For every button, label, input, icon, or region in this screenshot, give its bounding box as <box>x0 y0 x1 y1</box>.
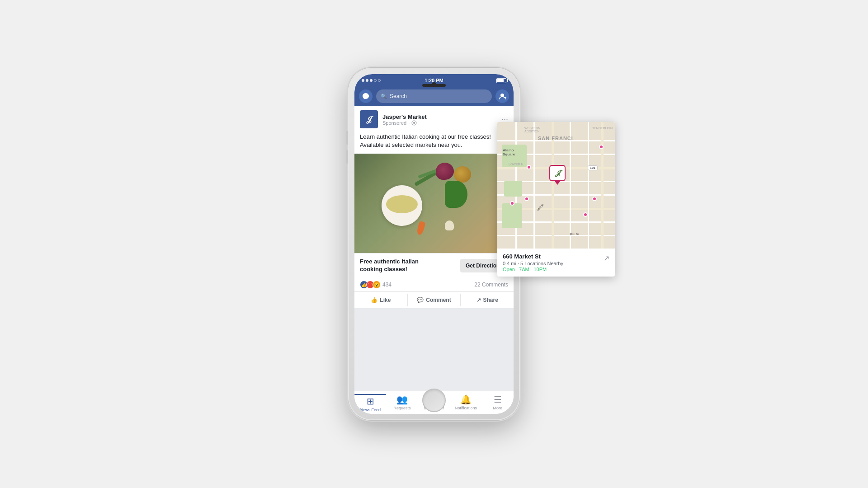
notifications-icon: 🔔 <box>460 394 472 405</box>
requests-label: Requests <box>394 406 411 410</box>
reactions-bar: 👍 ❤️ 😮 434 22 Comments <box>354 278 514 292</box>
battery-indicator <box>496 78 506 83</box>
nav-news-feed[interactable]: ⊞ News Feed <box>354 394 386 412</box>
alamo-square-label: AlamoSquare <box>503 148 515 156</box>
road-v-6 <box>601 122 604 249</box>
share-icon: ↗ <box>476 297 481 303</box>
map-info: 660 Market St 0.4 mi · 5 Locations Nearb… <box>497 249 615 277</box>
wow-emoji: 😮 <box>373 281 381 289</box>
lower-haight-label: LOWER H <box>509 163 524 166</box>
nav-more[interactable]: ☰ More <box>482 394 514 412</box>
advertiser-name[interactable]: Jasper's Market <box>382 113 497 120</box>
ad-header: 𝒥 Jasper's Market Sponsored · <box>354 106 514 133</box>
food-plate <box>382 185 422 226</box>
road-v-4 <box>570 122 571 249</box>
red-onion <box>436 163 454 180</box>
advertiser-meta: Sponsored · <box>382 120 497 126</box>
battery-icon <box>496 78 506 83</box>
signal-dot-3 <box>370 79 373 82</box>
14th-street-label: 14th St <box>536 203 544 211</box>
garlic <box>445 221 454 230</box>
map-share-icon[interactable]: ↗ <box>604 254 609 263</box>
nav-underline <box>354 394 386 395</box>
yellow-onion <box>454 166 471 183</box>
share-button[interactable]: ↗ Share <box>461 294 514 306</box>
search-icon: 🔍 <box>381 94 387 99</box>
map-address-block: 660 Market St 0.4 mi · 5 Locations Nearb… <box>503 253 563 272</box>
park-3 <box>502 203 522 228</box>
reactions-count: 434 <box>382 282 392 288</box>
requests-icon: 👥 <box>396 394 408 405</box>
location-dot-2 <box>527 165 531 169</box>
news-feed-icon: ⊞ <box>367 396 374 407</box>
advertiser-info: Jasper's Market Sponsored · <box>382 113 497 126</box>
road-h-8 <box>497 235 615 236</box>
ad-cta-strip: Free authentic Italiancooking classes! G… <box>354 253 514 278</box>
comment-icon: 💬 <box>417 297 424 303</box>
reaction-emojis: 👍 ❤️ 😮 <box>360 281 381 289</box>
like-icon: 👍 <box>371 297 377 303</box>
signal-indicator <box>362 79 381 82</box>
scene: 1:20 PM 🔍 <box>231 41 637 447</box>
ad-cta-text: Free authentic Italiancooking classes! <box>360 258 419 273</box>
jaspers-market-pin[interactable]: 𝒥 <box>549 165 566 183</box>
pin-logo: 𝒥 <box>549 165 566 181</box>
speaker <box>422 84 446 87</box>
ad-card: 𝒥 Jasper's Market Sponsored · <box>354 106 514 308</box>
home-button[interactable] <box>422 389 446 412</box>
action-buttons: 👍 Like 💬 Comment ↗ Share <box>354 292 514 308</box>
comments-count[interactable]: 22 Comments <box>474 282 508 288</box>
more-nav-icon: ☰ <box>494 394 502 405</box>
location-dot-3 <box>524 197 529 201</box>
nav-requests[interactable]: 👥 Requests <box>386 394 418 412</box>
notifications-label: Notifications <box>455 406 477 410</box>
pin-arrow <box>555 181 560 185</box>
18th-street-label: 18th St <box>570 233 579 235</box>
profile-icon[interactable] <box>495 89 509 103</box>
ad-body-text: Learn authentic Italian cooking at our f… <box>354 133 514 154</box>
san-francisco-label: SAN FRANCI <box>538 136 573 141</box>
location-dot-4 <box>510 201 514 206</box>
facebook-header: 🔍 Search <box>354 87 514 106</box>
phone-inner: 1:20 PM 🔍 <box>354 74 514 414</box>
location-dot-5 <box>592 197 597 201</box>
phone-shell: 1:20 PM 🔍 <box>348 68 520 420</box>
herbs <box>445 181 467 208</box>
svg-point-4 <box>413 122 415 124</box>
road-v-5 <box>588 122 589 249</box>
search-bar[interactable]: 🔍 Search <box>376 89 492 103</box>
screen: 1:20 PM 🔍 <box>354 74 514 414</box>
signal-dot-1 <box>362 79 364 82</box>
comment-button[interactable]: 💬 Comment <box>408 294 461 306</box>
volume-up-button <box>346 131 348 145</box>
location-dot-1 <box>599 145 604 149</box>
carrot <box>416 221 425 236</box>
advertiser-logo: 𝒥 <box>360 110 378 128</box>
messenger-icon[interactable] <box>359 89 373 103</box>
reactions-left: 👍 ❤️ 😮 434 <box>360 281 392 289</box>
western-addition-label: WESTERNADDITION <box>524 127 540 133</box>
signal-dot-5 <box>378 79 381 82</box>
highway-101-badge: 101 <box>588 165 598 170</box>
map-meta: 0.4 mi · 5 Locations Nearby <box>503 261 563 266</box>
map-address: 660 Market St <box>503 253 563 260</box>
map-popup: SAN FRANCI WESTERNADDITION TENDERLOIN LO… <box>497 122 615 277</box>
road-v-3 <box>552 122 554 249</box>
volume-down-button <box>346 150 348 164</box>
signal-dot-4 <box>374 79 377 82</box>
map-hours: Open · 7AM - 10PM <box>503 267 563 272</box>
like-button[interactable]: 👍 Like <box>354 294 408 306</box>
ad-food-image <box>354 154 514 253</box>
ad-image-area <box>354 154 514 253</box>
search-text: Search <box>390 93 407 99</box>
road-v-2 <box>533 122 535 249</box>
tenderloin-label: TENDERLOIN <box>592 127 613 130</box>
park-2 <box>504 181 522 197</box>
news-feed-label: News Feed <box>360 408 381 412</box>
battery-fill <box>497 79 504 82</box>
nav-notifications[interactable]: 🔔 Notifications <box>450 394 481 412</box>
news-feed: 𝒥 Jasper's Market Sponsored · <box>354 106 514 391</box>
more-label: More <box>493 406 503 410</box>
location-dot-6 <box>583 212 588 217</box>
map-area[interactable]: SAN FRANCI WESTERNADDITION TENDERLOIN LO… <box>497 122 615 249</box>
